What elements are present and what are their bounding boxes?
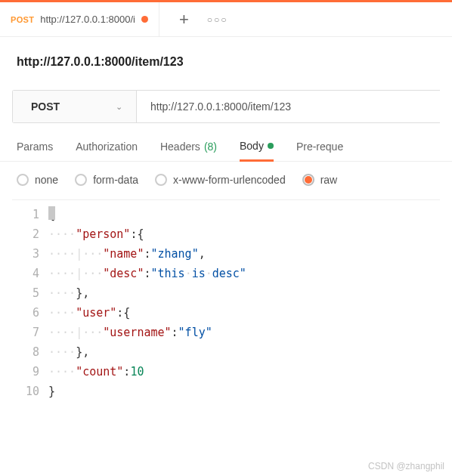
- request-tabs: Params Authorization Headers (8) Body Pr…: [0, 123, 452, 162]
- radio-icon: [75, 174, 87, 186]
- plus-icon[interactable]: +: [179, 10, 189, 29]
- line-number: 9: [18, 362, 39, 382]
- body-active-dot-icon: [268, 143, 274, 149]
- line-number: 10: [18, 382, 39, 401]
- line-number: 7: [18, 323, 39, 342]
- more-icon[interactable]: ○○○: [207, 14, 228, 25]
- tab-body[interactable]: Body: [240, 140, 274, 162]
- radio-label: form-data: [93, 174, 138, 186]
- request-tab[interactable]: POST http://127.0.0.1:8000/i: [0, 2, 159, 36]
- code-line: ····},: [48, 283, 440, 303]
- tab-headers-label: Headers: [160, 141, 200, 153]
- tab-actions: + ○○○: [159, 2, 228, 36]
- tab-prerequest[interactable]: Pre-reque: [296, 140, 343, 161]
- code-line: ····"user":{: [48, 303, 440, 323]
- line-number: 4: [18, 264, 39, 283]
- code-line: ····|···"desc":"this·is·desc": [48, 264, 440, 283]
- code-line: {: [48, 205, 440, 224]
- method-select[interactable]: POST ⌄: [13, 91, 137, 122]
- line-number: 3: [18, 244, 39, 264]
- chevron-down-icon: ⌄: [116, 102, 122, 112]
- line-number: 8: [18, 342, 39, 362]
- radio-label: raw: [320, 174, 338, 186]
- radio-icon: [155, 174, 167, 186]
- radio-label: none: [35, 174, 58, 186]
- line-number: 2: [18, 224, 39, 244]
- tab-authorization[interactable]: Authorization: [76, 140, 138, 161]
- tab-headers[interactable]: Headers (8): [160, 140, 217, 161]
- line-number: 1: [18, 205, 39, 224]
- body-type-form-data[interactable]: form-data: [75, 174, 138, 186]
- tab-params[interactable]: Params: [17, 140, 53, 161]
- unsaved-dot-icon: [141, 16, 148, 23]
- line-number: 6: [18, 303, 39, 323]
- tab-url-label: http://127.0.0.1:8000/i: [40, 14, 135, 25]
- method-text: POST: [31, 100, 60, 113]
- request-line: POST ⌄ http://127.0.0.1:8000/item/123: [12, 90, 440, 123]
- body-type-urlencoded[interactable]: x-www-form-urlencoded: [155, 174, 286, 186]
- code-line: ····"count":10: [48, 362, 440, 382]
- body-editor[interactable]: 12345678910 { ····"person":{ ····|···"na…: [12, 199, 440, 406]
- body-type-none[interactable]: none: [17, 174, 58, 186]
- tab-bar: POST http://127.0.0.1:8000/i + ○○○: [0, 2, 452, 37]
- code-area[interactable]: { ····"person":{ ····|···"name":"zhang",…: [48, 200, 440, 406]
- code-line: }: [48, 382, 440, 401]
- code-line: ····|···"username":"fly": [48, 323, 440, 342]
- tab-headers-count: (8): [204, 141, 217, 153]
- body-type-raw[interactable]: raw: [302, 174, 338, 186]
- tab-body-label: Body: [240, 140, 264, 152]
- radio-icon: [302, 174, 314, 186]
- request-title-row: http://127.0.0.1:8000/item/123: [0, 37, 452, 90]
- line-gutter: 12345678910: [12, 200, 48, 406]
- cursor-icon: [48, 206, 55, 220]
- tab-method-badge: POST: [11, 15, 34, 24]
- line-number: 5: [18, 283, 39, 303]
- body-type-row: none form-data x-www-form-urlencoded raw: [0, 162, 452, 199]
- radio-inner-icon: [305, 176, 312, 184]
- code-line: ····|···"name":"zhang",: [48, 244, 440, 264]
- code-line: ····},: [48, 342, 440, 362]
- request-title[interactable]: http://127.0.0.1:8000/item/123: [17, 55, 184, 69]
- url-input[interactable]: http://127.0.0.1:8000/item/123: [137, 91, 440, 122]
- watermark: CSDN @zhangphil: [368, 461, 444, 471]
- radio-label: x-www-form-urlencoded: [173, 174, 286, 186]
- code-line: ····"person":{: [48, 224, 440, 244]
- radio-icon: [17, 174, 29, 186]
